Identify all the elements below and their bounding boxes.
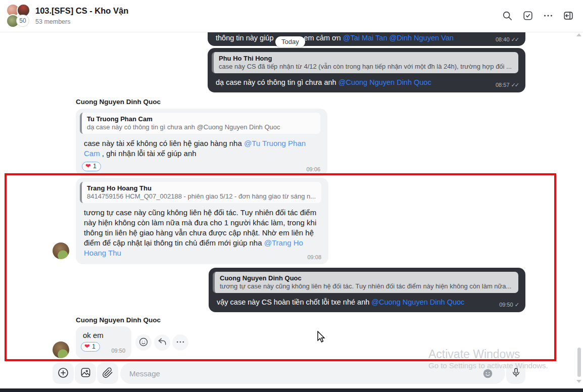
plus-circle-icon <box>57 367 69 380</box>
message-time: 09:06 <box>306 166 320 172</box>
emoji-picker-icon[interactable] <box>482 368 493 379</box>
heart-icon: ❤ <box>84 343 90 350</box>
sender-name[interactable]: Cuong Nguyen Dinh Quoc <box>76 316 161 324</box>
quote-text: tương tự case này cũng không liên hệ đối… <box>220 282 513 290</box>
message-bubble-outgoing[interactable]: Cuong Nguyen Dinh Quoc tương tự case này… <box>209 268 525 312</box>
reaction-pill[interactable]: ❤ 1 <box>81 342 100 352</box>
message-bubble-incoming[interactable]: Trang Ho Hoang Thu 8414759156 HCM_Q07_00… <box>76 178 328 264</box>
smiley-icon <box>138 337 149 349</box>
quote-author: Cuong Nguyen Dinh Quoc <box>220 274 513 282</box>
delivered-ticks-icon: ✓✓ <box>511 36 518 42</box>
avatar[interactable] <box>53 341 69 358</box>
reply-arrow-icon <box>157 337 167 349</box>
message-text: dạ case này có thông tin gì chưa anh <box>216 78 338 86</box>
quote-author: Tu Truong Phan Cam <box>87 115 315 123</box>
message-time: 09:50 ✓ <box>499 302 518 308</box>
message-bubble-incoming[interactable]: Tu Truong Phan Cam dạ case này có thông … <box>76 109 327 176</box>
message-time: 08:57 ✓✓ <box>496 82 518 88</box>
scrollbar-up-arrow[interactable] <box>576 33 581 36</box>
image-icon <box>80 367 91 380</box>
quoted-message[interactable]: Trang Ho Hoang Thu 8414759156 HCM_Q07_00… <box>80 182 321 203</box>
toggle-sidebar-button[interactable] <box>560 8 576 24</box>
message-text: case này tài xế không có liên hệ giao hà… <box>84 139 244 148</box>
mention-link[interactable]: @Cuong Nguyen Dinh Quoc <box>371 298 464 306</box>
delivered-tick-icon: ✓ <box>515 302 518 308</box>
reaction-count: 1 <box>92 343 95 350</box>
mouse-cursor <box>317 331 326 346</box>
message-time: 09:50 <box>111 348 125 354</box>
collapse-panel-icon <box>563 10 574 23</box>
ellipsis-icon <box>543 10 554 23</box>
quote-text: 8414759156 HCM_Q07_002188 - phiên giao 5… <box>87 192 316 200</box>
scrollbar-thumb[interactable] <box>577 348 581 377</box>
date-separator: Today <box>275 36 305 47</box>
group-members-count[interactable]: 53 members <box>35 18 70 25</box>
sender-name[interactable]: Cuong Nguyen Dinh Quoc <box>76 98 161 106</box>
chat-window: 50 103.[SFS] CS - Kho Vận 53 members <box>0 0 583 392</box>
group-title[interactable]: 103.[SFS] CS - Kho Vận <box>35 6 128 16</box>
message-text: , ghi nhận lỗi tài xế giúp anh <box>100 149 197 158</box>
task-board-icon <box>522 10 533 23</box>
search-icon <box>502 10 513 23</box>
message-text: thông tin này giúp <box>216 34 273 42</box>
paperclip-icon <box>102 367 113 380</box>
message-more-button[interactable] <box>172 334 188 351</box>
reaction-pill[interactable]: ❤ 1 <box>82 162 101 171</box>
react-button[interactable] <box>135 334 152 351</box>
group-avatar[interactable]: 50 <box>6 4 31 29</box>
message-bubble-outgoing[interactable]: Phu Ho Thi Hong case này CS đã tiếp nhận… <box>208 48 525 92</box>
message-bubble-incoming[interactable]: ok em ❤ 1 09:50 <box>76 326 131 359</box>
more-options-button[interactable] <box>540 8 556 24</box>
heart-icon: ❤ <box>85 163 91 169</box>
scrollbar-down-arrow[interactable] <box>576 380 581 383</box>
attach-file-button[interactable] <box>97 363 118 384</box>
message-bubble-outgoing[interactable]: thông tin này giúpem cảm ơn @Tai Mai Tan… <box>208 32 525 46</box>
quote-text: case này CS đã tiếp nhận từ 4/12 (vẫn cò… <box>219 63 513 70</box>
quote-author: Trang Ho Hoang Thu <box>87 184 316 192</box>
mention-link[interactable]: @Cuong Nguyen Dinh Quoc <box>338 78 431 86</box>
quoted-message[interactable]: Cuong Nguyen Dinh Quoc tương tự case này… <box>213 272 518 293</box>
message-text: em cảm ơn <box>304 34 341 42</box>
add-attachment-button[interactable] <box>53 363 74 384</box>
delivered-ticks-icon: ✓✓ <box>511 82 518 88</box>
search-button[interactable] <box>499 8 515 24</box>
quoted-message[interactable]: Phu Ho Thi Hong case này CS đã tiếp nhận… <box>212 52 518 73</box>
activate-windows-hint: Go to Settings to activate Windows. <box>428 361 548 370</box>
send-image-button[interactable] <box>75 363 96 384</box>
activate-windows-watermark: Activate Windows <box>428 348 520 361</box>
message-time: 08:40 ✓✓ <box>496 36 518 43</box>
message-text: ok em <box>83 330 124 340</box>
avatar[interactable] <box>53 242 69 259</box>
quote-author: Phu Ho Thi Hong <box>219 55 513 62</box>
message-text: vậy case này CS hoàn tiền chốt lỗi txe n… <box>217 298 371 306</box>
quoted-message[interactable]: Tu Truong Phan Cam dạ case này có thông … <box>80 113 320 134</box>
tasks-button[interactable] <box>520 8 536 24</box>
message-time: 09:08 <box>307 254 321 260</box>
group-member-count-badge: 50 <box>16 15 29 27</box>
window-bottom-edge <box>0 388 583 392</box>
quote-text: dạ case này có thông tin gì chưa anh @Cu… <box>87 123 315 131</box>
chat-header: 50 103.[SFS] CS - Kho Vận 53 members <box>0 0 583 32</box>
reply-button[interactable] <box>154 334 170 351</box>
reaction-count: 1 <box>93 163 96 170</box>
ellipsis-icon <box>175 337 185 349</box>
mention-link[interactable]: @Tai Mai Tan @Dinh Nguyen Van <box>343 34 454 42</box>
